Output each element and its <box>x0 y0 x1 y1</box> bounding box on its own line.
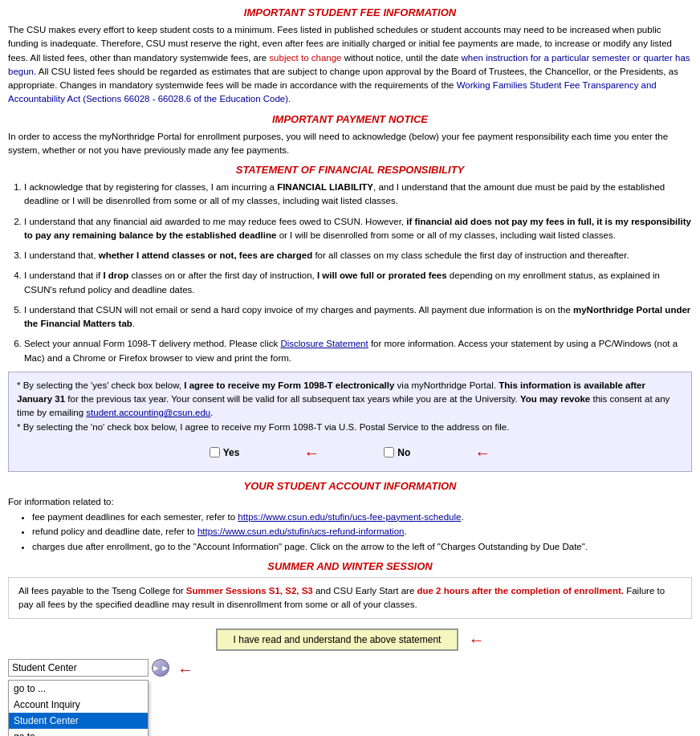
statement-item-2: I understand that any financial aid awar… <box>24 215 692 243</box>
your-account-title: YOUR STUDENT ACCOUNT INFORMATION <box>8 480 692 492</box>
for-info-label: For information related to: <box>8 497 692 506</box>
bottom-wrapper: go to ... Account Inquiry Student Center… <box>8 659 692 679</box>
summer-box: All fees payable to the Tseng College fo… <box>8 577 692 620</box>
student-accounting-email[interactable]: student.accounting@csun.edu <box>86 408 210 417</box>
payment-notice-body: In order to access the myNorthridge Port… <box>8 130 692 158</box>
statement-item-5: I understand that CSUN will not email or… <box>24 303 692 331</box>
select-wrapper: go to ... Account Inquiry Student Center <box>8 659 149 677</box>
dropdown-item-goto2[interactable]: go to ... <box>9 729 148 736</box>
statement-item-3: I understand that, whether I attend clas… <box>24 249 692 262</box>
statement-item-4: I understand that if I drop classes on o… <box>24 269 692 297</box>
no-checkbox[interactable] <box>384 447 394 457</box>
fee-payment-link[interactable]: https://www.csun.edu/stufin/ucs-fee-paym… <box>238 512 461 522</box>
dropdown-item-goto[interactable]: go to ... <box>9 681 148 697</box>
no-label: No <box>397 445 410 460</box>
fee-body-text: The CSU makes every effort to keep stude… <box>8 23 692 107</box>
submit-button-row: I have read and understand the above sta… <box>8 628 692 651</box>
payment-notice-title: IMPORTANT PAYMENT NOTICE <box>8 113 692 125</box>
financial-responsibility-title: STATEMENT OF FINANCIAL RESPONSIBILITY <box>8 164 692 176</box>
financial-responsibility-list: I acknowledge that by registering for cl… <box>24 181 692 365</box>
yes-arrow-icon: ← <box>303 441 319 465</box>
yes-label: Yes <box>223 445 240 460</box>
bullet-item-1: fee payment deadlines for each semester,… <box>32 510 692 524</box>
goto-go-button[interactable]: ►► <box>152 659 169 677</box>
no-arrow-icon: ← <box>474 441 490 465</box>
bullet-item-2: refund policy and deadline date, refer t… <box>32 524 692 539</box>
bullet-item-3: charges due after enrollment, go to the … <box>32 539 692 554</box>
yes-checkbox-label: Yes <box>210 445 240 460</box>
submit-arrow-icon: ← <box>468 631 484 649</box>
goto-select[interactable]: go to ... Account Inquiry Student Center <box>8 659 149 677</box>
yes-checkbox[interactable] <box>210 447 220 457</box>
dropdown-item-student-center[interactable]: Student Center <box>9 713 148 729</box>
fee-info-title: IMPORTANT STUDENT FEE INFORMATION <box>8 6 692 18</box>
refund-policy-link[interactable]: https://www.csun.edu/stufin/ucs-refund-i… <box>197 527 405 536</box>
dropdown-item-account-inquiry[interactable]: Account Inquiry <box>9 697 148 713</box>
dropdown-arrow-icon: ← <box>177 661 193 679</box>
no-checkbox-label: No <box>384 445 410 460</box>
statement-item-6: Select your annual Form 1098-T delivery … <box>24 337 692 365</box>
submit-statement-button[interactable]: I have read and understand the above sta… <box>216 628 459 651</box>
goto-dropdown-wrapper: go to ... Account Inquiry Student Center… <box>8 659 169 677</box>
statement-item-1: I acknowledge that by registering for cl… <box>24 181 692 209</box>
account-info-list: fee payment deadlines for each semester,… <box>32 510 692 554</box>
disclosure-statement-link[interactable]: Disclosure Statement <box>280 339 368 348</box>
goto-container: go to ... Account Inquiry Student Center… <box>8 659 169 677</box>
form-1098t-box: * By selecting the 'yes' check box below… <box>8 372 692 472</box>
summer-section: SUMMER AND WINTER SESSION All fees payab… <box>8 560 692 620</box>
student-account-section: YOUR STUDENT ACCOUNT INFORMATION For inf… <box>8 480 692 554</box>
summer-title: SUMMER AND WINTER SESSION <box>8 560 692 572</box>
goto-dropdown-popup: go to ... Account Inquiry Student Center… <box>8 680 149 736</box>
